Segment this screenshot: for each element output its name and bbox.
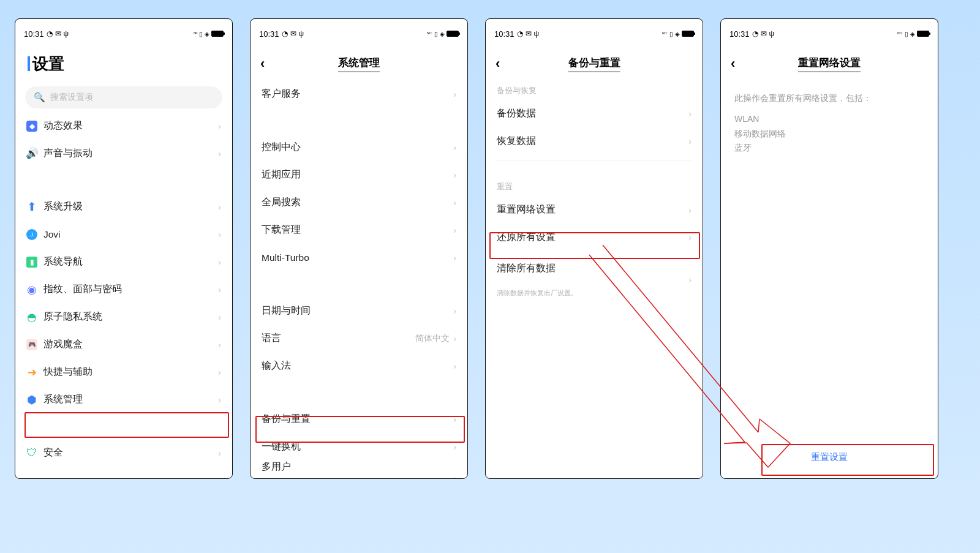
chevron-right-icon: › bbox=[453, 442, 456, 452]
chevron-right-icon: › bbox=[688, 137, 692, 146]
phone-screen-reset-network: 10:31◔✉ψ ᴺᶠᶜ▯◈ ‹ 重置网络设置 此操作会重置所有网络设置，包括：… bbox=[720, 18, 938, 479]
phone-screen-backup-reset: 10:31◔✉ψ ᴺᶠᶜ▯◈ ‹ 备份与重置 备份与恢复 备份数据› 恢复数据›… bbox=[485, 18, 703, 479]
row-game-box[interactable]: 🎮游戏魔盒› bbox=[15, 331, 232, 358]
row-shortcuts[interactable]: ➜快捷与辅助› bbox=[15, 358, 232, 386]
row-system-nav[interactable]: ▮系统导航› bbox=[15, 248, 232, 276]
row-easy-share[interactable]: 一键换机› bbox=[251, 433, 467, 461]
sim-icon: ▯ bbox=[669, 31, 673, 37]
nfc-icon: ᴺᶠᶜ bbox=[427, 31, 432, 37]
chevron-right-icon: › bbox=[453, 306, 456, 316]
row-jovi[interactable]: JJovi› bbox=[15, 220, 232, 248]
row-global-search[interactable]: 全局搜索› bbox=[251, 189, 467, 216]
chevron-right-icon: › bbox=[218, 149, 221, 159]
shield-icon: ◓ bbox=[26, 312, 37, 323]
chevron-right-icon: › bbox=[218, 230, 221, 239]
chevron-right-icon: › bbox=[218, 202, 221, 212]
row-fingerprint[interactable]: ◉指纹、面部与密码› bbox=[15, 276, 232, 303]
spacer bbox=[15, 167, 232, 193]
message-icon: ✉ bbox=[761, 29, 767, 38]
spacer bbox=[251, 108, 467, 134]
search-icon: 🔍 bbox=[34, 92, 45, 103]
row-backup-data[interactable]: 备份数据› bbox=[486, 100, 703, 127]
row-privacy[interactable]: ◓原子隐私系统› bbox=[15, 303, 232, 331]
battery-icon bbox=[917, 31, 929, 37]
row-recent-apps[interactable]: 近期应用› bbox=[251, 161, 467, 189]
screen-header: ‹ 重置网络设置 bbox=[721, 47, 938, 80]
row-date-time[interactable]: 日期与时间› bbox=[251, 297, 467, 325]
info-list: WLAN 移动数据网络 蓝牙 bbox=[721, 110, 938, 158]
row-sound-vibration[interactable]: 🔊声音与振动› bbox=[15, 140, 232, 167]
upgrade-arrow-icon: ⬆ bbox=[26, 201, 37, 213]
wifi-icon: ◈ bbox=[440, 31, 445, 37]
security-shield-icon: 🛡 bbox=[26, 448, 37, 459]
speaker-icon: 🔊 bbox=[26, 148, 37, 159]
row-input-method[interactable]: 输入法› bbox=[251, 352, 467, 380]
row-multi-user[interactable]: 多用户当前登录的用户：机主› bbox=[251, 461, 467, 478]
status-time: 10:31 bbox=[259, 29, 279, 39]
chevron-right-icon: › bbox=[453, 253, 456, 263]
settings-list: 客户服务› 控制中心› 近期应用› 全局搜索› 下载管理› Multi-Turb… bbox=[251, 80, 467, 478]
row-language[interactable]: 语言简体中文› bbox=[251, 325, 467, 352]
spacer bbox=[486, 251, 703, 262]
chevron-right-icon: › bbox=[453, 334, 456, 344]
row-control-center[interactable]: 控制中心› bbox=[251, 134, 467, 161]
chevron-right-icon: › bbox=[453, 473, 456, 478]
usb-icon: ψ bbox=[64, 29, 69, 38]
message-icon: ✉ bbox=[55, 29, 61, 38]
arrow-right-icon: ➜ bbox=[26, 367, 37, 378]
reset-settings-label: 重置设置 bbox=[811, 451, 848, 463]
row-system-upgrade[interactable]: ⬆系统升级› bbox=[15, 193, 232, 220]
chevron-right-icon: › bbox=[453, 225, 456, 235]
info-item-wlan: WLAN bbox=[734, 112, 924, 127]
wifi-icon: ◈ bbox=[910, 31, 915, 37]
divider bbox=[497, 160, 692, 160]
status-bar: 10:31◔✉ψ ᴺᶠᶜ▯◈ bbox=[721, 25, 938, 42]
battery-icon bbox=[682, 31, 694, 37]
usb-icon: ψ bbox=[299, 29, 304, 38]
row-restore-data[interactable]: 恢复数据› bbox=[486, 127, 703, 155]
row-system-management[interactable]: ⬢系统管理› bbox=[15, 386, 232, 413]
chevron-right-icon: › bbox=[218, 312, 221, 322]
page-title: 重置网络设置 bbox=[798, 56, 861, 72]
chevron-right-icon: › bbox=[453, 198, 456, 208]
nav-icon: ▮ bbox=[26, 257, 37, 268]
row-backup-reset[interactable]: 备份与重置› bbox=[251, 405, 467, 433]
screen-header: ‹ 系统管理 bbox=[251, 47, 467, 80]
diamond-icon: ◆ bbox=[26, 121, 37, 132]
usb-icon: ψ bbox=[534, 29, 540, 38]
chevron-right-icon: › bbox=[453, 170, 456, 180]
search-placeholder: 搜索设置项 bbox=[50, 92, 93, 103]
section-reset: 重置 bbox=[486, 176, 703, 196]
reset-settings-button[interactable]: 重置设置 bbox=[733, 443, 925, 471]
fingerprint-icon: ◉ bbox=[26, 284, 37, 295]
screen-header: ‹ 备份与重置 bbox=[486, 47, 703, 80]
row-clear-all-data[interactable]: 清除所有数据清除数据并恢复出厂设置。› bbox=[486, 262, 703, 298]
chevron-right-icon: › bbox=[218, 395, 221, 405]
back-button[interactable]: ‹ bbox=[731, 56, 735, 72]
sim-icon: ▯ bbox=[434, 31, 438, 37]
chevron-right-icon: › bbox=[453, 143, 456, 152]
clock-icon: ◔ bbox=[752, 29, 758, 38]
row-dynamic-effects[interactable]: ◆动态效果› bbox=[15, 112, 232, 140]
status-time: 10:31 bbox=[24, 29, 44, 39]
back-button[interactable]: ‹ bbox=[496, 56, 500, 72]
row-download-manager[interactable]: 下载管理› bbox=[251, 216, 467, 244]
wifi-icon: ◈ bbox=[205, 31, 209, 37]
status-time: 10:31 bbox=[494, 29, 514, 39]
row-reset-network[interactable]: 重置网络设置› bbox=[486, 196, 703, 224]
screen-header: 设置 bbox=[15, 47, 232, 80]
spacer bbox=[251, 380, 467, 405]
status-bar: 10:31 ◔ ✉ ψ ᴺᶠᶜ ▯ ◈ bbox=[15, 25, 232, 42]
row-multi-turbo[interactable]: Multi-Turbo› bbox=[251, 244, 467, 271]
row-security[interactable]: 🛡安全› bbox=[15, 439, 232, 467]
jovi-icon: J bbox=[26, 229, 37, 240]
search-input[interactable]: 🔍 搜索设置项 bbox=[25, 86, 222, 108]
gamepad-icon: 🎮 bbox=[26, 339, 37, 350]
nfc-icon: ᴺᶠᶜ bbox=[662, 31, 668, 37]
settings-list: ◆动态效果› 🔊声音与振动› ⬆系统升级› JJovi› ▮系统导航› ◉指纹、… bbox=[15, 112, 232, 478]
row-customer-service[interactable]: 客户服务› bbox=[251, 80, 467, 108]
chevron-right-icon: › bbox=[218, 448, 221, 458]
row-reset-all-settings[interactable]: 还原所有设置› bbox=[486, 224, 703, 251]
back-button[interactable]: ‹ bbox=[260, 56, 265, 72]
status-bar: 10:31◔✉ψ ᴺᶠᶜ▯◈ bbox=[486, 25, 703, 42]
